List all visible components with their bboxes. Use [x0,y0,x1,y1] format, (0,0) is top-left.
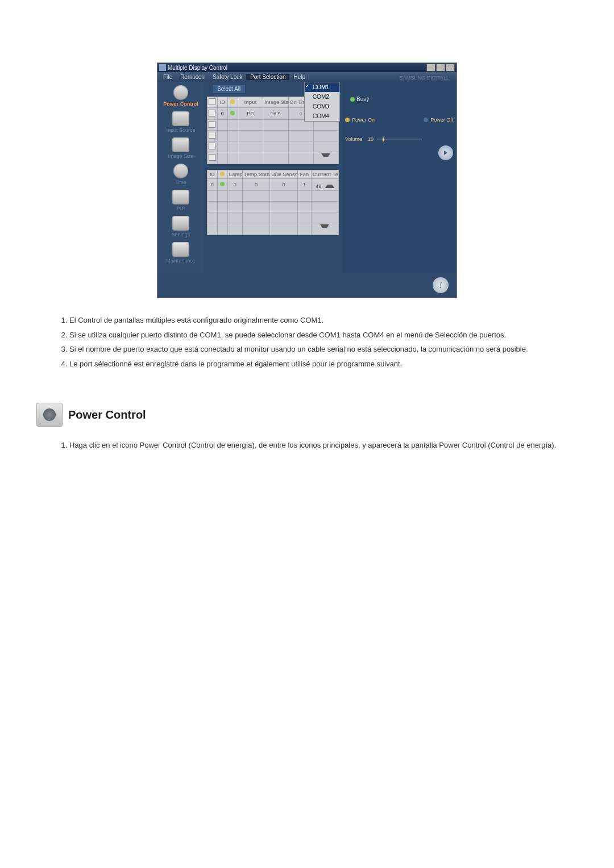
window-buttons [426,64,455,72]
select-all-button[interactable]: Select All [212,84,246,94]
arrow-up-icon[interactable] [325,180,334,188]
port-option[interactable]: COM1 [313,84,329,90]
sidebar-item-power-control[interactable]: Power Control [157,85,204,107]
sidebar-item-label: Input Source [166,127,195,133]
sidebar-item-label: Maintenance [166,258,196,264]
settings-icon [172,216,189,231]
cell-fan: 1 [297,179,311,191]
minimize-button[interactable] [426,64,435,72]
cell-id: 0 [217,108,227,120]
sidebar-item-time[interactable]: Time [157,164,204,185]
right-panel: Power On Power Off Volume 10 [342,82,457,273]
speaker-icon[interactable] [438,145,453,160]
menu-file[interactable]: File [159,74,176,80]
power-off-dot-icon [424,118,428,122]
maintenance-icon [172,242,189,257]
row-checkbox[interactable] [209,143,215,149]
col-input: Input [238,97,263,108]
list-item: Si el nombre de puerto exacto que está c… [69,344,558,354]
port-option[interactable]: COM2 [305,92,339,102]
cell-image-size: 16:9 [263,108,288,120]
status-dot-icon [230,111,235,115]
row-checkbox[interactable] [209,110,215,116]
menu-port-selection[interactable]: Port Selection [246,74,289,80]
col-id: ID [217,97,227,108]
power-off-button[interactable]: Power Off [424,117,453,123]
sidebar-item-label: Settings [172,232,190,237]
status-bar: ! [157,273,457,298]
image-size-icon [172,137,189,152]
close-button[interactable] [446,64,455,72]
window-titlebar: Multiple Display Control [157,63,457,72]
list-item: Si se utiliza cualquier puerto distinto … [69,330,558,340]
time-icon [173,164,188,178]
row-checkbox[interactable] [209,154,215,161]
port-option[interactable]: COM3 [305,102,339,111]
sidebar-item-label: Image Size [168,153,193,159]
cell-lamp: 0 [227,179,242,191]
volume-slider-thumb[interactable] [383,137,384,141]
arrow-down-icon[interactable] [320,224,329,232]
menu-remocon[interactable]: Remocon [176,74,209,80]
col-fan: Fan [297,170,311,179]
list-item: Le port sélectionné est enregistré dans … [69,359,558,369]
sidebar-item-maintenance[interactable]: Maintenance [157,242,204,264]
power-on-button[interactable]: Power On [345,117,375,123]
volume-label: Volume [345,136,362,142]
col-lamp: Lamp [227,170,242,179]
app-window: Multiple Display Control File Remocon Sa… [157,62,457,298]
status-table: ID Lamp Temp.Status B/W Sensor Fan Curre… [207,170,339,235]
row-checkbox[interactable] [209,132,215,139]
arrow-down-icon[interactable] [321,153,330,161]
port-selection-dropdown[interactable]: ✔ COM1 COM2 COM3 COM4 [304,82,340,122]
info-icon[interactable]: ! [433,277,449,293]
busy-dot-icon [350,97,355,102]
col-id: ID [207,170,217,179]
volume-control: Volume 10 [345,136,453,142]
col-image-size: Image Size [263,97,288,108]
sidebar-item-label: Power Control [163,101,198,107]
check-icon: ✔ [305,84,309,89]
col-current-temp: Current Temp. [311,170,338,179]
table-row[interactable]: 0 0 0 0 1 49 [207,179,338,191]
volume-slider[interactable] [377,139,422,140]
window-title: Multiple Display Control [168,65,227,71]
doc-list-1: El Control de pantallas múltiples está c… [59,315,569,369]
app-icon [159,64,166,71]
cell-input: PC [238,108,263,120]
col-temp-status: Temp.Status [242,170,269,179]
port-option[interactable]: COM4 [305,111,339,121]
list-item: El Control de pantallas múltiples está c… [69,315,558,326]
pip-icon [172,190,189,205]
status-dot-icon [220,182,225,186]
cell-current-temp: 49 [311,179,338,191]
status-dot-icon [230,99,235,104]
sidebar-item-label: PIP [177,206,185,211]
power-control-icon [173,85,188,100]
cell-temp-status: 0 [242,179,269,191]
busy-label: Busy [356,96,369,102]
sidebar-item-image-size[interactable]: Image Size [157,137,204,159]
col-bw-sensor: B/W Sensor [270,170,297,179]
row-checkbox[interactable] [209,121,215,128]
section-header: Power Control [36,403,580,427]
menu-help[interactable]: Help [289,74,309,80]
cell-bw-sensor: 0 [270,179,297,191]
power-control-section-icon [36,403,63,427]
brand-label: SAMSUNG DIGITALL [396,75,453,81]
maximize-button[interactable] [436,64,445,72]
sidebar-item-input-source[interactable]: Input Source [157,111,204,133]
input-source-icon [172,111,189,126]
doc-list-2: Haga clic en el icono Power Control (Con… [59,440,569,450]
checkbox-header-icon[interactable] [209,98,215,105]
sidebar-item-settings[interactable]: Settings [157,216,204,237]
cell-id: 0 [207,179,217,191]
section-title: Power Control [68,408,146,422]
sidebar-item-pip[interactable]: PIP [157,190,204,211]
sidebar: Power Control Input Source Image Size Ti… [157,82,204,273]
menu-safety-lock[interactable]: Safety Lock [209,74,246,80]
status-dot-icon [220,172,225,176]
busy-indicator: Busy [350,96,369,102]
list-item: Haga clic en el icono Power Control (Con… [69,440,558,450]
menubar: File Remocon Safety Lock Port Selection … [157,72,457,82]
